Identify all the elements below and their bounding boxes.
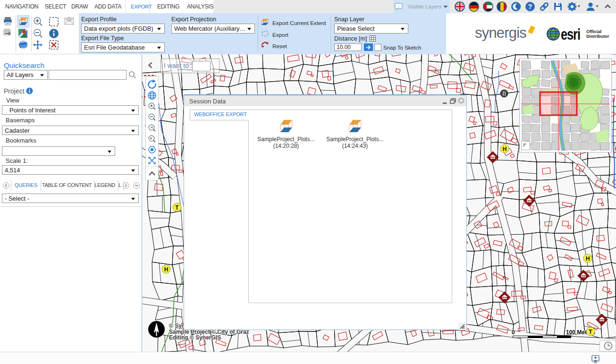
svg-text:H: H — [586, 255, 590, 262]
svg-text:T: T — [175, 204, 179, 211]
svg-text:?: ? — [528, 3, 532, 10]
svg-text:i: i — [398, 4, 399, 8]
svg-text:T: T — [589, 329, 592, 335]
svg-text:H: H — [503, 146, 507, 152]
svg-text:H: H — [164, 266, 169, 273]
